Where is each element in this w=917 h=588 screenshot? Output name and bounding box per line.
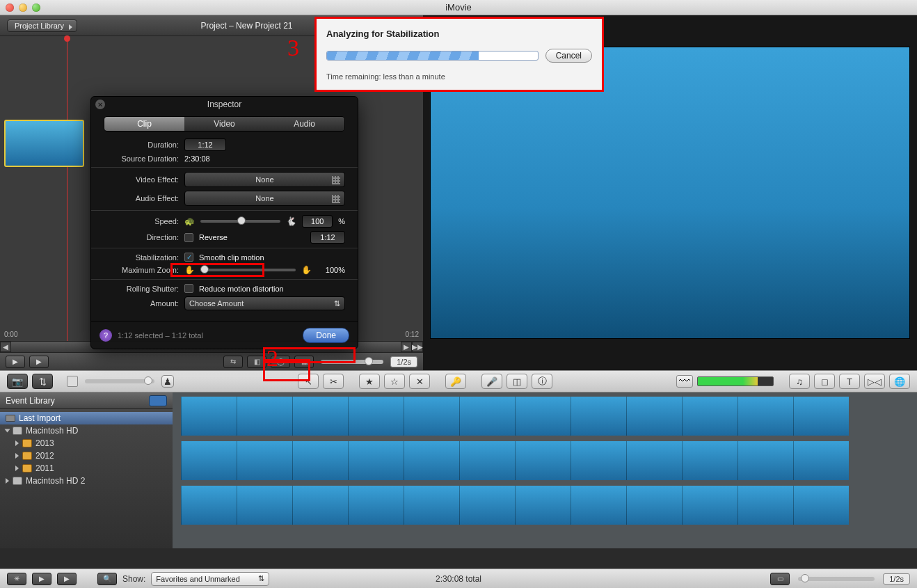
arrow-tool-button[interactable]: ↖: [298, 374, 319, 389]
music-browser-button[interactable]: ♫: [789, 374, 810, 389]
keyword-button[interactable]: 🔑: [445, 374, 466, 389]
rolling-shutter-checkbox[interactable]: [184, 284, 193, 293]
speed-field[interactable]: [302, 215, 333, 228]
marker-button[interactable]: ◧: [247, 356, 266, 368]
thumbnail-slider[interactable]: [85, 379, 154, 383]
event-year-2012[interactable]: 2012: [0, 450, 173, 462]
event-thumb-toggle[interactable]: ▭: [770, 573, 790, 585]
event-browser[interactable]: [173, 392, 917, 548]
cancel-button[interactable]: Cancel: [545, 49, 592, 63]
audio-effect-button[interactable]: None: [184, 191, 345, 206]
rolling-shutter-text: Reduce motion distortion: [199, 285, 284, 293]
tab-clip[interactable]: Clip: [104, 117, 184, 131]
project-clip-thumbnail[interactable]: [4, 120, 84, 167]
duration-field[interactable]: [184, 138, 226, 151]
event-library-title: Event Library: [6, 396, 55, 406]
project-library-button[interactable]: Project Library: [7, 19, 77, 32]
stabilization-label: Stabilization:: [104, 253, 179, 262]
playhead[interactable]: [67, 36, 67, 341]
inspector-panel: ✕ Inspector Clip Video Audio Duration: S…: [90, 96, 358, 349]
tab-audio[interactable]: Audio: [264, 117, 344, 131]
title-browser-button[interactable]: T: [839, 374, 860, 389]
favorite-button[interactable]: ★: [359, 374, 380, 389]
reverse-checkbox[interactable]: [184, 233, 193, 242]
speed-slider[interactable]: [200, 220, 280, 223]
analyzing-title: Analyzing for Stabilization: [326, 29, 592, 39]
scroll-left-icon[interactable]: ◀: [0, 342, 11, 352]
search-button[interactable]: 🔍: [97, 573, 117, 585]
rabbit-icon: 🐇: [286, 216, 296, 226]
direction-label: Direction:: [104, 233, 179, 241]
scroll-right-icon[interactable]: ▶: [401, 342, 412, 352]
project-zoom-slider[interactable]: [321, 360, 383, 364]
event-library-header: Event Library: [0, 392, 173, 409]
show-filter-select[interactable]: Favorites and Unmarked⇅: [151, 572, 269, 586]
disclosure-icon[interactable]: [15, 466, 19, 471]
duration-label: Duration:: [104, 141, 179, 149]
hand-max-icon: ✋: [301, 265, 312, 275]
voiceover-tool-button[interactable]: 🎤: [481, 374, 502, 389]
person-icon[interactable]: ♟: [161, 375, 174, 388]
voiceover-button[interactable]: ◯: [271, 356, 290, 368]
swap-button[interactable]: ⇆: [223, 356, 243, 368]
maps-browser-button[interactable]: 🌐: [889, 374, 910, 389]
frame-toggle-icon[interactable]: [67, 376, 78, 387]
edit-tool-button[interactable]: ✂: [323, 374, 344, 389]
max-zoom-slider[interactable]: [200, 269, 296, 271]
event-mac-hd[interactable]: Macintosh HD: [0, 424, 173, 437]
audio-effect-value: None: [255, 194, 273, 202]
help-button[interactable]: ?: [99, 329, 112, 342]
disclosure-icon[interactable]: [6, 478, 9, 484]
reject-button[interactable]: ✕: [409, 374, 430, 389]
timeline-start-time: 0:00: [4, 331, 17, 338]
window-title: iMovie: [0, 2, 917, 13]
speed-label: Speed:: [104, 217, 179, 225]
close-icon[interactable]: ✕: [95, 100, 105, 109]
event-tree[interactable]: Last Import Macintosh HD 2013 2012 2011: [0, 409, 173, 548]
disclosure-icon[interactable]: [5, 429, 10, 433]
crop-tool-button[interactable]: ◫: [507, 374, 527, 389]
filmstrip-row[interactable]: [181, 397, 909, 436]
event-year-2011[interactable]: 2011: [0, 462, 173, 475]
photo-browser-button[interactable]: ◻: [814, 374, 835, 389]
event-year-2013[interactable]: 2013: [0, 437, 173, 450]
direction-field[interactable]: [310, 231, 345, 244]
audio-waveform-icon[interactable]: 〰: [676, 375, 693, 388]
disclosure-icon[interactable]: [15, 453, 19, 459]
video-effect-button[interactable]: None: [184, 172, 345, 187]
filmstrip-row[interactable]: [181, 486, 909, 525]
unmark-button[interactable]: ☆: [384, 374, 405, 389]
inspector-button[interactable]: ⓘ: [532, 374, 552, 389]
event-last-import[interactable]: Last Import: [0, 412, 173, 424]
event-zoom-slider[interactable]: [798, 577, 875, 581]
max-zoom-label: Maximum Zoom:: [104, 266, 179, 274]
turtle-icon: 🐢: [184, 216, 195, 226]
inspector-titlebar[interactable]: ✕ Inspector: [91, 97, 358, 112]
event-item-label: Macintosh HD 2: [26, 476, 85, 486]
event-library-toggle-icon[interactable]: [149, 395, 167, 406]
swap-events-button[interactable]: ⇅: [32, 374, 53, 389]
new-event-button[interactable]: ✳: [7, 573, 26, 585]
source-duration-value: 2:30:08: [184, 154, 210, 163]
done-button[interactable]: Done: [303, 328, 349, 343]
play-fullscreen-button[interactable]: ▶: [29, 356, 49, 368]
harddrive-icon: [13, 427, 22, 435]
transition-browser-button[interactable]: ▷◁: [864, 374, 885, 389]
project-footer: ▶ ▶ ⇆ ◧ ◯ ▦ 1/2s: [0, 352, 423, 370]
tab-video[interactable]: Video: [184, 117, 264, 131]
disclosure-icon[interactable]: [15, 440, 19, 446]
smooth-clip-checkbox[interactable]: [184, 253, 193, 262]
hand-min-icon: ✋: [184, 265, 195, 275]
thumbnail-size-button[interactable]: ▦: [294, 356, 314, 368]
amount-select[interactable]: Choose Amount⇅: [184, 296, 345, 310]
progress-bar: [326, 51, 539, 61]
filmstrip-row[interactable]: [181, 441, 909, 480]
play-event-button[interactable]: ▶: [32, 573, 51, 585]
import-camera-button[interactable]: 📷: [7, 374, 28, 389]
scroll-end-icon[interactable]: ▶▶: [412, 342, 423, 352]
event-mac-hd-2[interactable]: Macintosh HD 2: [0, 475, 173, 487]
play-event-full-button[interactable]: ▶: [57, 573, 77, 585]
harddrive-icon: [13, 477, 22, 485]
play-button[interactable]: ▶: [6, 356, 25, 368]
reverse-label: Reverse: [199, 233, 228, 241]
